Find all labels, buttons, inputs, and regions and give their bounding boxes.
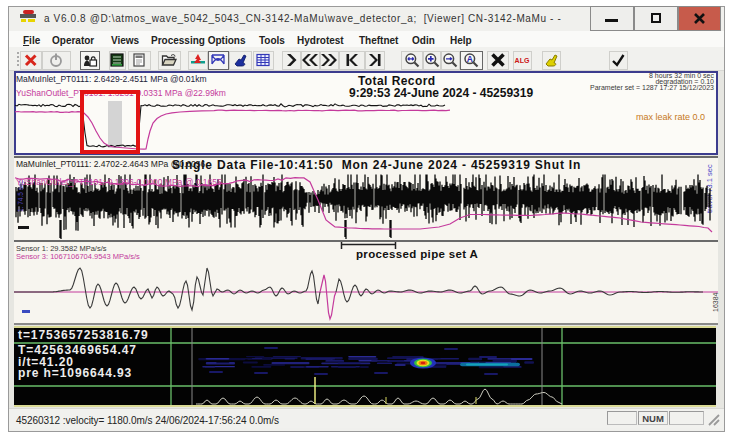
svg-text:A: A [467, 54, 473, 64]
svg-text:ALG: ALG [515, 57, 530, 64]
